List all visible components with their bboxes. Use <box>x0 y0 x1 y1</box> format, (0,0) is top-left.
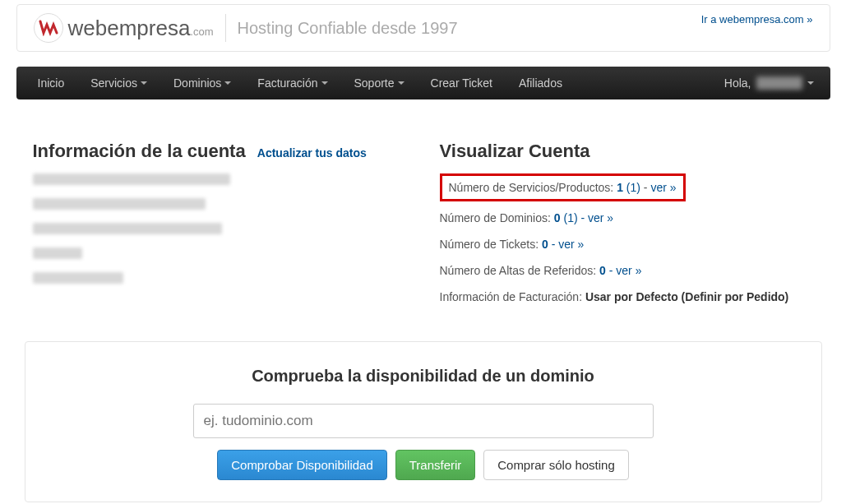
stat-billing: Información de Facturación: Usar por Def… <box>440 290 814 303</box>
nav-crear-ticket[interactable]: Crear Ticket <box>418 67 506 99</box>
chevron-down-icon <box>807 81 814 85</box>
redacted-line <box>33 272 407 285</box>
redacted-line <box>33 247 407 261</box>
account-info-panel: Información de la cuenta Actualizar tus … <box>33 141 407 317</box>
redacted-line <box>33 198 407 211</box>
main-nav: Inicio Servicios Dominios Facturación So… <box>16 67 830 99</box>
stat-label: Número de Dominios: <box>440 211 554 224</box>
domain-check-panel: Comprueba la disponibilidad de un domini… <box>25 341 822 502</box>
nav-dominios[interactable]: Dominios <box>160 67 244 99</box>
check-availability-button[interactable]: Comprobar Disponibilidad <box>217 450 387 480</box>
nav-servicios[interactable]: Servicios <box>77 67 160 99</box>
chevron-down-icon <box>141 81 147 85</box>
chevron-down-icon <box>321 81 328 85</box>
stat-referrals: Número de Altas de Referidos: 0 - ver » <box>440 264 814 277</box>
transfer-button[interactable]: Transferir <box>395 450 476 480</box>
stat-label: Número de Servicios/Productos: <box>449 181 617 194</box>
billing-value: Usar por Defecto (Definir por Pedido) <box>585 290 788 303</box>
view-referrals-link[interactable]: ver » <box>616 264 641 277</box>
nav-facturacion[interactable]: Facturación <box>244 67 340 99</box>
account-info-heading: Información de la cuenta Actualizar tus … <box>33 141 407 162</box>
stat-tickets: Número de Tickets: 0 - ver » <box>440 238 814 251</box>
tagline: Hosting Confiable desde 1997 <box>238 19 458 38</box>
view-domains-link[interactable]: ver » <box>588 211 613 224</box>
chevron-down-icon <box>398 81 405 85</box>
logo-text: webempresa.com <box>68 16 214 41</box>
domain-check-heading: Comprueba la disponibilidad de un domini… <box>42 367 805 386</box>
header-bar: webempresa.com Hosting Confiable desde 1… <box>16 4 830 52</box>
chevron-down-icon <box>224 81 231 85</box>
stat-count: 0 <box>599 264 606 277</box>
external-site-link[interactable]: Ir a webempresa.com » <box>701 13 813 25</box>
stat-count: 1 <box>617 181 623 194</box>
nav-inicio[interactable]: Inicio <box>25 67 78 99</box>
view-services-link[interactable]: ver » <box>650 181 676 194</box>
user-name-redacted: xxxx <box>756 76 802 90</box>
stat-services: Número de Servicios/Productos: 1 (1) - v… <box>440 173 686 201</box>
buy-hosting-only-button[interactable]: Comprar sólo hosting <box>483 450 629 480</box>
stat-label: Número de Altas de Referidos: <box>440 264 600 277</box>
update-details-link[interactable]: Actualizar tus datos <box>257 146 367 160</box>
divider <box>225 14 226 42</box>
logo-icon <box>34 13 63 43</box>
account-view-panel: Visualizar Cuenta Número de Servicios/Pr… <box>440 141 814 317</box>
stat-label: Número de Tickets: <box>440 238 543 251</box>
stat-count: 0 <box>554 211 561 224</box>
greeting-label: Hola, <box>724 76 751 90</box>
account-view-heading: Visualizar Cuenta <box>440 141 814 162</box>
logo[interactable]: webempresa.com <box>34 13 214 43</box>
redacted-line <box>33 173 407 187</box>
view-tickets-link[interactable]: ver » <box>558 238 584 251</box>
stat-domains: Número de Dominios: 0 (1) - ver » <box>440 211 814 224</box>
stat-label: Información de Facturación: <box>440 290 585 303</box>
stat-count: 0 <box>542 238 548 251</box>
domain-input[interactable] <box>193 404 654 438</box>
nav-soporte[interactable]: Soporte <box>341 67 418 99</box>
nav-user-menu[interactable]: Hola, xxxx <box>724 76 822 90</box>
redacted-line <box>33 223 407 236</box>
nav-afiliados[interactable]: Afiliados <box>506 67 576 99</box>
